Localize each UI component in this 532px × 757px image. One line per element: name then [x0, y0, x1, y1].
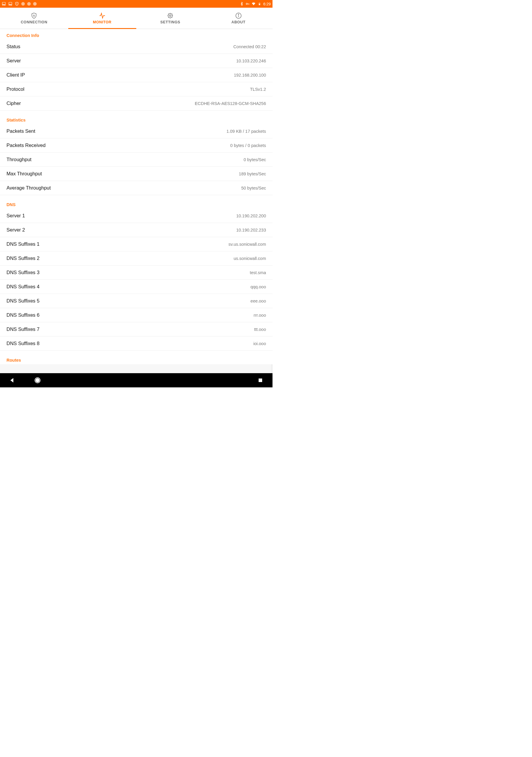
row-label: Server 2: [7, 227, 25, 233]
home-button[interactable]: [34, 377, 42, 384]
vpn-key-icon: [246, 2, 250, 6]
row-value: test.sma: [250, 270, 266, 275]
svg-point-8: [168, 13, 173, 18]
row-value: 10.190.202.233: [236, 228, 266, 232]
activity-icon: [99, 13, 105, 19]
svg-point-12: [238, 14, 239, 15]
row-dns-suffix3: DNS Suffixes 3 test.sma: [0, 265, 273, 280]
section-routes: Routes: [0, 354, 273, 364]
row-label: Server 1: [7, 213, 25, 219]
row-value: rrr.ooo: [253, 313, 266, 318]
row-throughput: Throughput 0 bytes/Sec: [0, 153, 273, 167]
row-value: 0 bytes / 0 packets: [230, 143, 266, 148]
row-value: 50 bytes/Sec: [241, 186, 266, 191]
row-label: DNS Suffixes 5: [7, 298, 40, 304]
section-statistics: Statistics: [0, 113, 273, 124]
row-dns-server1: Server 1 10.190.202.200: [0, 209, 273, 223]
row-dns-suffix8: DNS Suffixes 8 ioi.ooo: [0, 337, 273, 351]
row-packets-sent: Packets Sent 1.09 KB / 17 packets: [0, 124, 273, 138]
row-dns-suffix1: DNS Suffixes 1 sv.us.sonicwall.com: [0, 237, 273, 251]
svg-rect-6: [259, 4, 260, 5]
recents-button[interactable]: [256, 377, 264, 384]
shield-icon: S: [31, 13, 37, 19]
row-label: Average Throughput: [7, 185, 51, 191]
gear-icon: [167, 13, 173, 19]
notification-dot-icon: [21, 2, 25, 6]
row-label: DNS Suffixes 7: [7, 326, 40, 332]
row-label: Max Throughput: [7, 171, 42, 176]
row-server: Server 10.103.220.246: [0, 54, 273, 68]
notification-dot-icon: [33, 2, 37, 6]
row-label: Client IP: [7, 72, 25, 78]
row-label: Throughput: [7, 157, 31, 162]
svg-rect-15: [259, 378, 262, 382]
row-value: us.sonicwall.com: [233, 256, 266, 261]
row-protocol: Protocol TLSv1.2: [0, 82, 273, 96]
content-scroll[interactable]: Connection Info Status Connected 00:22 S…: [0, 29, 273, 373]
tab-settings[interactable]: SETTINGS: [136, 8, 204, 29]
row-label: Packets Received: [7, 142, 45, 148]
row-label: Cipher: [7, 101, 21, 106]
svg-rect-5: [259, 3, 260, 3]
info-icon: [235, 13, 242, 19]
svg-text:S: S: [16, 3, 17, 5]
picture-icon: [2, 2, 6, 6]
android-navbar: [0, 373, 273, 387]
row-dns-suffix5: DNS Suffixes 5 eee.ooo: [0, 294, 273, 308]
row-value: ECDHE-RSA-AES128-GCM-SHA256: [195, 101, 266, 106]
row-label: Protocol: [7, 86, 24, 92]
row-status: Status Connected 00:22: [0, 40, 273, 54]
row-value: sv.us.sonicwall.com: [228, 242, 266, 247]
row-dns-suffix2: DNS Suffixes 2 us.sonicwall.com: [0, 251, 273, 265]
row-label: DNS Suffixes 6: [7, 312, 40, 318]
row-value: 0 bytes/Sec: [244, 157, 266, 162]
row-value: 189 bytes/Sec: [239, 171, 266, 176]
row-value: qqq.ooo: [251, 285, 266, 289]
row-label: DNS Suffixes 8: [7, 341, 40, 346]
tab-monitor[interactable]: MONITOR: [68, 8, 136, 29]
back-button[interactable]: [8, 377, 16, 384]
row-value: ioi.ooo: [253, 341, 266, 346]
row-packets-received: Packets Received 0 bytes / 0 packets: [0, 138, 273, 153]
notification-dot-icon: [27, 2, 31, 6]
tab-label: SETTINGS: [161, 20, 180, 24]
row-dns-suffix6: DNS Suffixes 6 rrr.ooo: [0, 308, 273, 322]
row-value: 10.190.202.200: [236, 214, 266, 218]
row-label: Packets Sent: [7, 128, 35, 134]
section-connection-info: Connection Info: [0, 29, 273, 40]
battery-icon: [257, 2, 262, 6]
picture-icon: [8, 2, 13, 6]
svg-point-14: [36, 378, 39, 382]
row-value: TLSv1.2: [250, 87, 266, 92]
wifi-icon: [251, 2, 256, 6]
row-value: ttt.ooo: [254, 327, 266, 332]
row-value: 192.168.200.100: [234, 73, 266, 77]
row-value: 1.09 KB / 17 packets: [226, 129, 266, 134]
row-label: Server: [7, 58, 21, 64]
row-label: DNS Suffixes 1: [7, 241, 40, 247]
row-label: DNS Suffixes 3: [7, 270, 40, 275]
tab-about[interactable]: ABOUT: [204, 8, 273, 29]
tab-label: CONNECTION: [21, 20, 47, 24]
row-client-ip: Client IP 192.168.200.100: [0, 68, 273, 82]
bluetooth-icon: [240, 2, 244, 6]
tab-connection[interactable]: S CONNECTION: [0, 8, 68, 29]
tab-label: ABOUT: [231, 20, 245, 24]
shield-s-icon: S: [15, 2, 19, 6]
app-tabbar: S CONNECTION MONITOR SETTINGS ABOUT: [0, 8, 273, 29]
tab-label: MONITOR: [93, 20, 111, 24]
status-bar-time: 6:29: [263, 2, 271, 6]
svg-point-9: [170, 15, 171, 16]
svg-point-3: [246, 3, 248, 5]
row-max-throughput: Max Throughput 189 bytes/Sec: [0, 167, 273, 181]
row-label: Status: [7, 44, 20, 49]
row-cipher: Cipher ECDHE-RSA-AES128-GCM-SHA256: [0, 96, 273, 110]
row-value: eee.ooo: [251, 299, 266, 303]
row-dns-suffix7: DNS Suffixes 7 ttt.ooo: [0, 322, 273, 337]
svg-text:S: S: [33, 14, 35, 17]
android-status-bar: S 6:29: [0, 0, 273, 8]
row-avg-throughput: Average Throughput 50 bytes/Sec: [0, 181, 273, 195]
row-value: 10.103.220.246: [236, 59, 266, 63]
row-label: DNS Suffixes 2: [7, 256, 40, 261]
row-dns-server2: Server 2 10.190.202.233: [0, 223, 273, 237]
